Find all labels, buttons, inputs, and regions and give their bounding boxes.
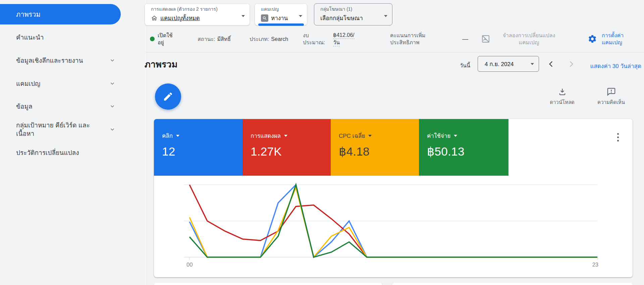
ad-group-filter-label: กลุ่มโฆษณา (1) bbox=[320, 6, 378, 12]
campaign-filter-dropdown[interactable]: แคมเปญ หางาน bbox=[255, 3, 307, 25]
metric-selector-strip: คลิก 12 การแสดงผล 1.27K CPC เฉลี่ย ฿4.18… bbox=[154, 119, 508, 176]
home-icon bbox=[151, 15, 158, 21]
enabled-text: เปิดใช้อยู่ bbox=[158, 32, 178, 46]
campaign-settings-label: การตั้งค่าแคมเปญ bbox=[602, 32, 637, 46]
feedback-button[interactable]: ความคิดเห็น bbox=[591, 87, 631, 106]
next-card-top-right bbox=[392, 283, 633, 285]
metric-value: 12 bbox=[162, 145, 236, 158]
date-prefix-label: วันนี้ bbox=[460, 61, 470, 70]
chevron-down-icon bbox=[109, 80, 115, 87]
optimization-score-value: — bbox=[462, 36, 468, 43]
sidebar-item-label: ข้อมูลเชิงลึกและรายงาน bbox=[16, 56, 83, 65]
date-picker-dropdown[interactable]: 4 ก.ย. 2024 bbox=[478, 56, 539, 72]
svg-text:00: 00 bbox=[186, 262, 193, 268]
scope-filter-dropdown[interactable]: การแสดงผล (ตัวกรอง 2 รายการ) แคมเปญทั้งห… bbox=[145, 3, 250, 25]
sidebar-divider bbox=[147, 0, 147, 285]
sidebar-item-label: คำแนะนำ bbox=[16, 33, 44, 42]
next-day-button[interactable] bbox=[566, 59, 576, 69]
next-card-top-left bbox=[154, 283, 382, 285]
campaign-filter-label: แคมเปญ bbox=[261, 6, 293, 12]
page-title: ภาพรวม bbox=[145, 57, 177, 71]
google-ads-overview-page: ภาพรวม คำแนะนำ ข้อมูลเชิงลึกและรายงาน แค… bbox=[0, 0, 644, 285]
overview-chart-card: คลิก 12 การแสดงผล 1.27K CPC เฉลี่ย ฿4.18… bbox=[154, 119, 633, 277]
sidebar-item-insights-reports[interactable]: ข้อมูลเชิงลึกและรายงาน bbox=[0, 56, 125, 65]
previous-day-button[interactable] bbox=[546, 59, 556, 69]
metric-value: ฿50.13 bbox=[427, 145, 502, 158]
dropdown-caret-icon bbox=[241, 15, 245, 17]
dropdown-caret-icon bbox=[454, 135, 457, 137]
dropdown-caret-icon bbox=[299, 15, 302, 17]
sidebar-item-label: แคมเปญ bbox=[16, 79, 40, 88]
campaign-enabled-status: เปิดใช้อยู่ bbox=[150, 30, 178, 48]
simulate-changes-button[interactable]: จำลองการเปลี่ยนแปลงแคมเปญ bbox=[481, 30, 564, 48]
date-picker-value: 4 ก.ย. 2024 bbox=[485, 59, 514, 68]
budget-amount: ฿412.06/ bbox=[333, 32, 355, 39]
metric-label: ค่าใช้จ่าย bbox=[427, 131, 450, 140]
hourly-performance-chart: 0023 bbox=[182, 179, 602, 270]
budget-label: งบประมาณ: bbox=[303, 32, 330, 46]
edit-fab-button[interactable] bbox=[155, 83, 181, 110]
sidebar-item-campaigns[interactable]: แคมเปญ bbox=[0, 79, 125, 88]
feedback-icon bbox=[607, 87, 616, 96]
image-unavailable-icon bbox=[481, 34, 490, 44]
dropdown-caret-icon bbox=[284, 135, 287, 137]
budget-unit: วัน bbox=[333, 39, 340, 46]
budget-value[interactable]: ฿412.06/ วัน bbox=[333, 32, 355, 46]
status-value: มีสิทธิ์ bbox=[217, 36, 232, 43]
feedback-label: ความคิดเห็น bbox=[597, 98, 625, 106]
status-dot-icon bbox=[150, 37, 155, 41]
pencil-icon bbox=[163, 91, 173, 102]
metric-label: การแสดงผล bbox=[251, 131, 281, 140]
download-button[interactable]: ดาวน์โหลด bbox=[542, 87, 582, 106]
chevron-down-icon bbox=[109, 103, 115, 109]
search-campaign-icon bbox=[261, 14, 268, 22]
metric-card-cost[interactable]: ค่าใช้จ่าย ฿50.13 bbox=[419, 119, 508, 176]
dropdown-caret-icon bbox=[384, 15, 387, 17]
sidebar-item-audiences-keywords-content[interactable]: กลุ่มเป้าหมาย คีย์เวิร์ด และเนื้อหา bbox=[0, 120, 125, 139]
metric-card-avg-cpc[interactable]: CPC เฉลี่ย ฿4.18 bbox=[331, 119, 419, 176]
sidebar-item-change-history[interactable]: ประวัติการเปลี่ยนแปลง bbox=[0, 148, 125, 157]
metric-value: 1.27K bbox=[251, 145, 325, 158]
campaign-settings-button[interactable]: การตั้งค่าแคมเปญ bbox=[588, 30, 637, 48]
sidebar-item-label: ข้อมูล bbox=[16, 102, 33, 111]
download-label: ดาวน์โหลด bbox=[550, 98, 575, 106]
campaign-type: ประเภท: Search bbox=[250, 30, 288, 48]
scope-filter-label: การแสดงผล (ตัวกรอง 2 รายการ) bbox=[151, 6, 235, 12]
status-label: สถานะ: bbox=[198, 36, 215, 43]
metric-value: ฿4.18 bbox=[339, 145, 413, 158]
dropdown-caret-icon bbox=[176, 135, 179, 137]
chart-options-menu[interactable] bbox=[612, 130, 624, 144]
sidebar-item-overview[interactable]: ภาพรวม bbox=[0, 4, 121, 24]
campaign-active-indicator bbox=[258, 23, 304, 26]
sidebar-item-label: ภาพรวม bbox=[16, 9, 41, 20]
chevron-down-icon bbox=[109, 126, 115, 132]
type-value: Search bbox=[271, 36, 288, 43]
chevron-down-icon bbox=[109, 57, 115, 63]
ad-group-filter-dropdown[interactable]: กลุ่มโฆษณา (1) เลือกกลุ่มโฆษณา bbox=[314, 3, 392, 25]
show-last-30-days-link[interactable]: แสดงค่า 30 วันล่าสุด bbox=[590, 61, 642, 70]
metric-label: CPC เฉลี่ย bbox=[339, 131, 365, 140]
svg-text:23: 23 bbox=[592, 262, 598, 268]
ad-group-filter-value: เลือกกลุ่มโฆษณา bbox=[320, 13, 363, 22]
metric-card-clicks[interactable]: คลิก 12 bbox=[154, 119, 243, 176]
simulate-changes-label: จำลองการเปลี่ยนแปลงแคมเปญ bbox=[494, 32, 564, 46]
campaign-status: สถานะ: มีสิทธิ์ bbox=[198, 30, 232, 48]
optimization-score: คะแนนการเพิ่มประสิทธิภาพ — bbox=[390, 30, 468, 48]
sidebar-item-label: กลุ่มเป้าหมาย คีย์เวิร์ด และเนื้อหา bbox=[16, 121, 94, 138]
sidebar-item-data[interactable]: ข้อมูล bbox=[0, 102, 125, 111]
scope-filter-value: แคมเปญทั้งหมด bbox=[160, 13, 200, 22]
sidebar-item-recommendations[interactable]: คำแนะนำ bbox=[0, 33, 125, 42]
type-label: ประเภท: bbox=[250, 36, 269, 43]
campaign-filter-value: หางาน bbox=[271, 13, 288, 22]
dropdown-caret-icon bbox=[368, 135, 372, 137]
campaign-budget: งบประมาณ: ฿412.06/ วัน bbox=[303, 30, 355, 48]
gear-icon bbox=[588, 34, 597, 44]
sidebar-item-label: ประวัติการเปลี่ยนแปลง bbox=[16, 149, 79, 157]
download-icon bbox=[558, 87, 567, 96]
dropdown-caret-icon bbox=[531, 63, 534, 65]
optimization-score-label: คะแนนการเพิ่มประสิทธิภาพ bbox=[390, 32, 448, 46]
metric-label: คลิก bbox=[162, 131, 173, 140]
metric-card-impressions[interactable]: การแสดงผล 1.27K bbox=[243, 119, 331, 176]
header-divider bbox=[147, 52, 644, 52]
